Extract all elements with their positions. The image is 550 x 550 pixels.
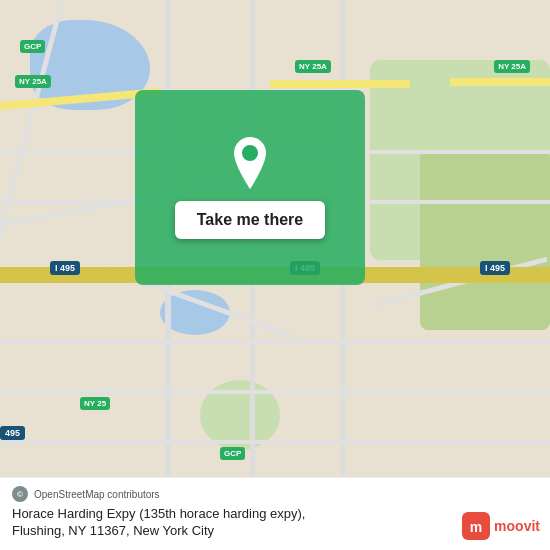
map-container: I 495 I 495 I 495 495 NY 25A NY 25A NY 2…	[0, 0, 550, 550]
badge-ny25a-topleft: NY 25A	[15, 75, 51, 88]
badge-gcp-bottomcenter: GCP	[220, 447, 245, 460]
road-horizontal-3	[0, 340, 550, 344]
take-me-there-button[interactable]: Take me there	[175, 201, 325, 239]
attribution-row: © OpenStreetMap contributors	[12, 486, 538, 502]
badge-ny25a-topmid: NY 25A	[295, 60, 331, 73]
osm-icon: ©	[12, 486, 28, 502]
bottom-info-bar: © OpenStreetMap contributors Horace Hard…	[0, 477, 550, 550]
address-text: Horace Harding Expy (135th horace hardin…	[12, 506, 538, 540]
osm-attribution: OpenStreetMap contributors	[34, 489, 160, 500]
badge-ny25a-topright: NY 25A	[494, 60, 530, 73]
moovit-logo: m moovit	[462, 512, 540, 540]
road-25a-topright	[450, 78, 550, 86]
moovit-text: moovit	[494, 518, 540, 534]
road-25a-topmid	[270, 80, 410, 88]
badge-gcp-topleft: GCP	[20, 40, 45, 53]
location-overlay: Take me there	[135, 90, 365, 285]
svg-text:m: m	[470, 519, 482, 535]
badge-i495-right: I 495	[480, 261, 510, 275]
badge-ny25-bottomleft: NY 25	[80, 397, 110, 410]
badge-495-bottomleft: 495	[0, 426, 25, 440]
moovit-icon: m	[462, 512, 490, 540]
road-horizontal-5	[0, 440, 550, 444]
svg-point-0	[242, 145, 258, 161]
location-pin	[228, 137, 272, 189]
badge-i495-left: I 495	[50, 261, 80, 275]
road-horizontal-4	[0, 390, 550, 394]
park-right	[420, 150, 550, 330]
